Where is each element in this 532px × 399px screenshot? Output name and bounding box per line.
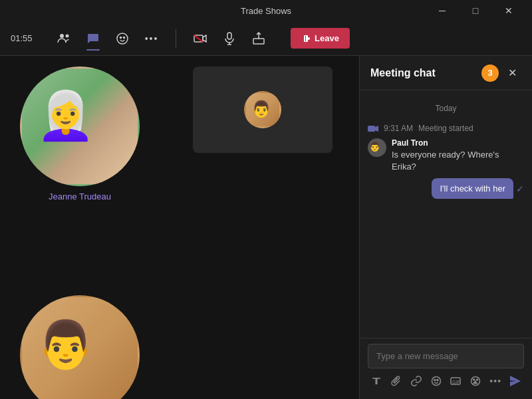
meeting-toolbar: 01:55 ••• Leave xyxy=(0,21,532,56)
video-area: Jeanne Trudeau Paul Tron xyxy=(0,56,359,399)
chat-button[interactable] xyxy=(80,25,106,52)
sticker-button[interactable] xyxy=(467,371,484,391)
svg-point-11 xyxy=(307,37,310,40)
participant-paul-remote xyxy=(193,66,332,153)
paul-msg-avatar xyxy=(368,138,386,157)
format-button[interactable] xyxy=(368,371,385,391)
svg-point-0 xyxy=(60,34,64,38)
message-status-icon: ✓ xyxy=(516,184,524,194)
system-message: 9:31 AM Meeting started xyxy=(368,124,524,133)
svg-point-21 xyxy=(477,379,478,380)
chat-panel: Meeting chat 3 ✕ Today 9:31 AM Meeting s… xyxy=(359,56,532,399)
svg-line-6 xyxy=(194,35,203,42)
paul-message: Paul Tron Is everyone ready? Where's Eri… xyxy=(368,138,524,173)
notification-badge: 3 xyxy=(481,65,499,82)
more-options-button[interactable]: ••• xyxy=(487,371,504,391)
close-button[interactable]: ✕ xyxy=(493,0,524,21)
svg-rect-7 xyxy=(227,33,231,39)
svg-point-15 xyxy=(434,380,436,381)
more-button[interactable]: ••• xyxy=(138,25,165,52)
call-timer: 01:55 xyxy=(11,33,35,43)
window-title: Trade Shows xyxy=(241,6,291,16)
close-chat-button[interactable]: ✕ xyxy=(503,64,521,82)
svg-point-14 xyxy=(432,377,440,386)
svg-rect-12 xyxy=(368,126,375,132)
chat-messages: Today 9:31 AM Meeting started Paul Tron … xyxy=(360,90,532,338)
paul-small-avatar xyxy=(244,91,281,128)
svg-point-4 xyxy=(124,37,125,38)
paul-msg-text: Is everyone ready? Where's Erika? xyxy=(392,149,524,173)
system-icon xyxy=(368,125,378,132)
emoji-button[interactable] xyxy=(428,371,445,391)
share-button[interactable] xyxy=(245,25,272,52)
send-button[interactable] xyxy=(507,371,524,391)
paul-msg-content: Paul Tron Is everyone ready? Where's Eri… xyxy=(392,138,524,173)
jeanne-avatar xyxy=(20,66,140,186)
video-button[interactable] xyxy=(187,25,213,52)
people-button[interactable] xyxy=(51,25,77,52)
system-text: Meeting started xyxy=(418,124,473,133)
outgoing-message-row: I'll check with her ✓ xyxy=(368,178,524,199)
svg-point-20 xyxy=(473,379,475,380)
main-content: Jeanne Trudeau Paul Tron Meeting chat 3 … xyxy=(0,56,532,399)
svg-rect-10 xyxy=(253,39,264,44)
mic-button[interactable] xyxy=(216,25,243,52)
svg-point-1 xyxy=(66,34,69,37)
svg-point-2 xyxy=(117,33,128,44)
link-button[interactable] xyxy=(408,371,425,391)
jeanne-name: Jeanne Trudeau xyxy=(49,192,111,201)
maximize-button[interactable]: □ xyxy=(460,0,491,21)
giphy-button[interactable]: GIF xyxy=(448,371,465,391)
system-time: 9:31 AM xyxy=(384,124,413,133)
window-controls: ─ □ ✕ xyxy=(427,0,524,21)
chat-header-actions: 3 ✕ xyxy=(481,64,521,82)
toolbar-divider xyxy=(176,29,176,48)
participant-paul: Paul Tron xyxy=(20,295,140,399)
title-bar: Trade Shows ─ □ ✕ xyxy=(0,0,532,21)
leave-label: Leave xyxy=(315,33,339,43)
svg-text:GIF: GIF xyxy=(452,380,460,384)
outgoing-message: I'll check with her xyxy=(432,178,513,199)
message-input[interactable] xyxy=(368,344,524,368)
reactions-button[interactable] xyxy=(109,25,136,52)
leave-button[interactable]: Leave xyxy=(291,28,350,49)
svg-marker-13 xyxy=(375,126,378,132)
chat-title: Meeting chat xyxy=(370,67,436,79)
participant-jeanne: Jeanne Trudeau xyxy=(20,66,140,201)
svg-point-16 xyxy=(437,380,438,381)
chat-input-area: GIF ••• xyxy=(360,338,532,399)
nav-buttons: ••• xyxy=(51,25,165,52)
media-buttons xyxy=(187,25,272,52)
chat-formatting-toolbar: GIF ••• xyxy=(368,368,524,394)
chat-header: Meeting chat 3 ✕ xyxy=(360,56,532,90)
svg-point-3 xyxy=(120,37,122,38)
date-divider: Today xyxy=(368,104,524,113)
minimize-button[interactable]: ─ xyxy=(427,0,458,21)
paul-avatar xyxy=(20,295,140,399)
paul-msg-sender: Paul Tron xyxy=(392,138,524,148)
attach-button[interactable] xyxy=(388,371,405,391)
